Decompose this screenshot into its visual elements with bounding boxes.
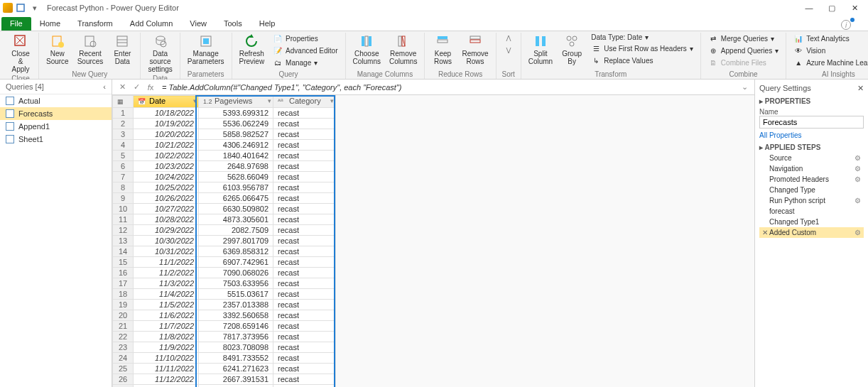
table-row[interactable]: 710/24/20225628.66049recast xyxy=(113,172,336,182)
cell-pageviews[interactable]: 4306.246912 xyxy=(199,140,273,151)
choose-columns-button[interactable]: Choose Columns xyxy=(350,33,384,67)
table-row[interactable]: 1010/27/20226630.509802recast xyxy=(113,204,336,214)
name-input[interactable] xyxy=(759,116,864,129)
cell-category[interactable]: recast xyxy=(273,214,336,225)
cell-category[interactable]: recast xyxy=(273,268,336,278)
settings-close-icon[interactable]: ✕ xyxy=(857,84,864,93)
row-number[interactable]: 3 xyxy=(113,129,134,140)
close-button[interactable]: ✕ xyxy=(844,1,865,15)
row-number[interactable]: 8 xyxy=(113,182,134,193)
cell-category[interactable]: recast xyxy=(273,119,336,129)
row-number[interactable]: 1 xyxy=(113,108,134,119)
column-header-date[interactable]: 📅Date▾ xyxy=(134,96,199,108)
cell-pageviews[interactable]: 5393.699312 xyxy=(199,108,273,119)
cell-pageviews[interactable]: 5515.03617 xyxy=(199,289,273,300)
gear-icon[interactable]: ⚙ xyxy=(855,175,861,183)
qat-save-icon[interactable] xyxy=(14,1,27,14)
applied-step[interactable]: Run Python script⚙ xyxy=(759,195,864,206)
cell-pageviews[interactable]: 3839.402575 xyxy=(199,385,273,388)
first-row-headers-button[interactable]: ☰Use First Row as Headers ▾ xyxy=(588,43,696,54)
row-number[interactable]: 4 xyxy=(113,140,134,151)
cell-category[interactable]: recast xyxy=(273,321,336,332)
row-number[interactable]: 10 xyxy=(113,204,134,214)
cell-category[interactable]: recast xyxy=(273,278,336,289)
table-row[interactable]: 1511/1/20226907.742961recast xyxy=(113,257,336,268)
table-row[interactable]: 2711/13/20223839.402575recast xyxy=(113,385,336,388)
applied-step[interactable]: forecast xyxy=(759,206,864,217)
table-row[interactable]: 1110/28/20224873.305601recast xyxy=(113,214,336,225)
cell-category[interactable]: recast xyxy=(273,108,336,119)
cell-date[interactable]: 11/10/2022 xyxy=(134,353,199,364)
append-queries-button[interactable]: ⊕Append Queries ▾ xyxy=(705,45,781,56)
row-number[interactable]: 7 xyxy=(113,172,134,182)
table-row[interactable]: 810/25/20226103.956787recast xyxy=(113,182,336,193)
new-source-button[interactable]: New Source xyxy=(43,33,72,67)
manage-button[interactable]: 🗂Manage ▾ xyxy=(270,57,340,68)
row-number[interactable]: 25 xyxy=(113,364,134,374)
tab-add-column[interactable]: Add Column xyxy=(121,17,182,31)
cell-category[interactable]: recast xyxy=(273,300,336,310)
cell-category[interactable]: recast xyxy=(273,342,336,353)
table-row[interactable]: 2111/7/20227208.659146recast xyxy=(113,321,336,332)
row-number[interactable]: 5 xyxy=(113,151,134,161)
table-row[interactable]: 1611/2/20227090.068026recast xyxy=(113,268,336,278)
gear-icon[interactable]: ⚙ xyxy=(855,154,861,162)
tab-view[interactable]: View xyxy=(181,17,215,31)
cell-pageviews[interactable]: 2667.391531 xyxy=(199,374,273,385)
row-number[interactable]: 13 xyxy=(113,236,134,246)
table-row[interactable]: 2311/9/20228023.708098recast xyxy=(113,342,336,353)
row-number[interactable]: 9 xyxy=(113,193,134,204)
row-number[interactable]: 20 xyxy=(113,310,134,321)
refresh-preview-button[interactable]: Refresh Preview xyxy=(237,33,268,67)
cell-pageviews[interactable]: 7817.373956 xyxy=(199,332,273,342)
cell-category[interactable]: recast xyxy=(273,364,336,374)
tab-tools[interactable]: Tools xyxy=(215,17,251,31)
close-apply-button[interactable]: Close & Apply xyxy=(7,33,34,75)
merge-queries-button[interactable]: ⇄Merge Queries ▾ xyxy=(705,33,781,44)
cell-category[interactable]: recast xyxy=(273,374,336,385)
sort-asc-button[interactable] xyxy=(501,33,516,44)
gear-icon[interactable]: ⚙ xyxy=(855,229,861,236)
table-row[interactable]: 110/18/20225393.699312recast xyxy=(113,108,336,119)
table-row[interactable]: 1210/29/20222082.7509recast xyxy=(113,225,336,236)
enter-data-button[interactable]: Enter Data xyxy=(109,33,136,67)
row-number[interactable]: 11 xyxy=(113,214,134,225)
row-number[interactable]: 17 xyxy=(113,278,134,289)
queries-collapse-icon[interactable]: ‹ xyxy=(103,82,106,91)
combine-files-button[interactable]: 🗎Combine Files xyxy=(705,57,781,68)
cell-category[interactable]: recast xyxy=(273,151,336,161)
vision-button[interactable]: 👁Vision xyxy=(791,45,868,56)
filter-icon[interactable]: ▾ xyxy=(330,97,334,104)
table-row[interactable]: 2011/6/20223392.560658recast xyxy=(113,310,336,321)
cell-date[interactable]: 10/26/2022 xyxy=(134,193,199,204)
azure-ml-button[interactable]: ▲Azure Machine Learning xyxy=(791,57,868,68)
applied-step[interactable]: Source⚙ xyxy=(759,153,864,163)
cell-category[interactable]: recast xyxy=(273,353,336,364)
table-row[interactable]: 210/19/20225536.062249recast xyxy=(113,119,336,129)
cell-date[interactable]: 11/1/2022 xyxy=(134,257,199,268)
cell-category[interactable]: recast xyxy=(273,193,336,204)
formula-cancel-icon[interactable]: ✕ xyxy=(115,80,129,94)
cell-pageviews[interactable]: 6103.956787 xyxy=(199,182,273,193)
group-by-button[interactable]: Group By xyxy=(558,33,585,67)
applied-step[interactable]: Changed Type xyxy=(759,185,864,195)
cell-pageviews[interactable]: 5628.66049 xyxy=(199,172,273,182)
qat-dropdown-icon[interactable]: ▾ xyxy=(28,1,41,14)
table-row[interactable]: 2411/10/20228491.733552recast xyxy=(113,353,336,364)
cell-date[interactable]: 10/30/2022 xyxy=(134,236,199,246)
cell-date[interactable]: 10/25/2022 xyxy=(134,182,199,193)
table-row[interactable]: 410/21/20224306.246912recast xyxy=(113,140,336,151)
cell-date[interactable]: 10/20/2022 xyxy=(134,129,199,140)
manage-parameters-button[interactable]: Manage Parameters xyxy=(185,33,227,67)
row-number[interactable]: 24 xyxy=(113,353,134,364)
tab-help[interactable]: Help xyxy=(251,17,284,31)
row-number[interactable]: 14 xyxy=(113,246,134,257)
formula-commit-icon[interactable]: ✓ xyxy=(129,80,143,94)
query-item-append1[interactable]: Append1 xyxy=(0,120,112,133)
split-column-button[interactable]: Split Column xyxy=(526,33,555,67)
cell-date[interactable]: 10/29/2022 xyxy=(134,225,199,236)
cell-pageviews[interactable]: 6265.066475 xyxy=(199,193,273,204)
recent-sources-button[interactable]: Recent Sources xyxy=(75,33,107,67)
cell-pageviews[interactable]: 2648.97698 xyxy=(199,161,273,172)
table-row[interactable]: 1811/4/20225515.03617recast xyxy=(113,289,336,300)
